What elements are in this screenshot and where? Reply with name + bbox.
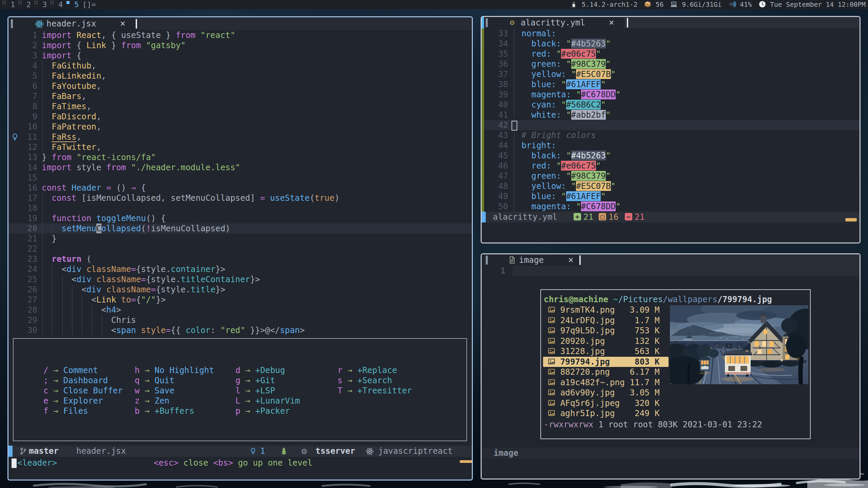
- git-branch-label[interactable]: master: [29, 446, 59, 456]
- workspace-tag-4[interactable]: 4: [53, 0, 69, 9]
- code-line-5[interactable]: 5 FaLinkedin,: [8, 71, 472, 81]
- buffer-line-1[interactable]: 1: [482, 266, 860, 276]
- code-line-13[interactable]: 13} from "react-icons/fa": [8, 152, 472, 162]
- code-line-24[interactable]: 24 <div className={style.container}>: [8, 264, 472, 274]
- code-line-27[interactable]: 27 <Link to={"/"}>: [8, 295, 472, 305]
- code-line-23[interactable]: 23 return (: [8, 254, 472, 264]
- code-line-38[interactable]: 38 blue: "#61AFEF": [484, 79, 860, 90]
- code-line-43[interactable]: 43 # Bright colors: [484, 130, 860, 140]
- code-line-2[interactable]: 2import { Link } from "gatsby": [8, 40, 472, 51]
- code-line-36[interactable]: 36 green: "#98C379": [484, 59, 860, 69]
- whichkey-binding--buffers[interactable]: b → +Buffers: [135, 406, 194, 416]
- code-line-48[interactable]: 48 yellow: "#E5C07B": [484, 181, 860, 191]
- color-swatch-#e06c75: #e06c75: [561, 49, 596, 59]
- whichkey-binding--git[interactable]: g → +Git: [235, 375, 275, 386]
- tab-close-icon[interactable]: ×: [609, 17, 614, 27]
- code-token: [512, 161, 532, 171]
- code-line-37[interactable]: 37 yellow: "#E5C07B": [484, 69, 860, 79]
- picker-file-20920-jpg[interactable]: 20920.jpg132K: [543, 336, 669, 346]
- picker-file-882720-png[interactable]: 882720.png6.17M: [543, 367, 669, 377]
- code-token: [571, 90, 576, 99]
- penguin-icon: [570, 1, 578, 8]
- picker-file-AFq5r6j-jpeg[interactable]: AFq5r6j.jpeg320K: [543, 398, 669, 408]
- code-line-45[interactable]: 45 black: "#4b5263": [484, 151, 860, 161]
- whichkey-binding--search[interactable]: s → +Search: [337, 375, 392, 386]
- workspace-tag-3[interactable]: 3: [37, 0, 53, 9]
- code-line-41[interactable]: 41 white: "#abb2bf": [484, 110, 860, 120]
- code-line-14[interactable]: 14import style from "./header.module.les…: [8, 162, 472, 173]
- whichkey-binding--lsp[interactable]: l → +LSP: [235, 386, 275, 396]
- picker-file-9rsmTK4-png[interactable]: 9rsmTK4.png3.09M: [543, 305, 669, 315]
- workspace-tag-5[interactable]: 5: [69, 0, 84, 9]
- code-line-17[interactable]: 17 const [isMenuCollapsed, setMenuCollap…: [8, 193, 472, 203]
- lightbulb-icon[interactable]: [11, 133, 19, 142]
- code-line-12[interactable]: 12 FaTwitter,: [8, 142, 472, 152]
- code-line-22[interactable]: 22: [8, 244, 472, 254]
- code-line-49[interactable]: 49 blue: "#61AFEF": [484, 191, 860, 201]
- picker-file-aghr5Ip-jpg[interactable]: aghr5Ip.jpg249K: [543, 408, 669, 418]
- code-line-18[interactable]: 18: [8, 203, 472, 213]
- picker-file-31228-jpg[interactable]: 31228.jpg563K: [543, 346, 669, 356]
- code-line-9[interactable]: 9 FaDiscord,: [8, 112, 472, 122]
- tab-close-icon[interactable]: ×: [120, 18, 126, 28]
- code-line-20[interactable]: 20 setMenuCollapsed(!isMenuCollapsed): [8, 223, 472, 234]
- path-segment: ~: [613, 294, 618, 304]
- code-line-50[interactable]: 50 magenta: "#C678DD": [484, 201, 860, 212]
- code-line-47[interactable]: 47 green: "#98C379": [484, 171, 860, 181]
- code-line-19[interactable]: 19 function toggleMenu() {: [8, 213, 472, 223]
- code-line-33[interactable]: 33 normal:: [484, 28, 860, 39]
- picker-file-97q9L5D-jpg[interactable]: 97q9L5D.jpg753K: [543, 326, 669, 336]
- code-line-6[interactable]: 6 FaYoutube,: [8, 81, 472, 91]
- code-line-4[interactable]: 4 FaGithub,: [8, 61, 472, 71]
- code-line-21[interactable]: 21 }: [8, 234, 472, 244]
- whichkey-binding-zen[interactable]: z → Zen: [135, 396, 169, 406]
- workspace-tag-2[interactable]: 2: [21, 0, 37, 9]
- layout-symbol[interactable]: []=: [82, 0, 96, 9]
- code-line-34[interactable]: 34 black: "#4b5263": [484, 39, 860, 49]
- picker-file-24LrDFQ-jpg[interactable]: 24LrDFQ.jpg1.7M: [543, 315, 669, 326]
- whichkey-binding-close-buffer[interactable]: c → Close Buffer: [43, 386, 123, 396]
- whichkey-binding-save[interactable]: w → Save: [135, 386, 174, 396]
- code-line-8[interactable]: 8 FaTimes,: [8, 101, 472, 112]
- code-line-1[interactable]: 1import React, { useState } from "react": [8, 30, 472, 40]
- picker-file-799794-jpg[interactable]: 799794.jpg803K: [543, 357, 669, 367]
- whichkey-binding--packer[interactable]: p → +Packer: [235, 406, 290, 416]
- code-line-15[interactable]: 15: [8, 173, 472, 183]
- code-line-16[interactable]: 16const Header = () ⇒ {: [8, 183, 472, 193]
- whichkey-binding-files[interactable]: f → Files: [43, 406, 88, 416]
- workspace-tag-1[interactable]: 1: [5, 0, 21, 9]
- code-line-26[interactable]: 26 <div className={style.title}>: [8, 285, 472, 295]
- whichkey-binding--lunarvim[interactable]: L → +LunarVim: [235, 396, 300, 406]
- whichkey-binding-no-highlight[interactable]: h → No Highlight: [135, 365, 214, 375]
- tab-alacritty-yml[interactable]: ⚙ alacritty.yml ×: [484, 17, 624, 28]
- whichkey-binding-explorer[interactable]: e → Explorer: [43, 396, 103, 406]
- whichkey-binding--replace[interactable]: r → +Replace: [337, 365, 397, 375]
- code-line-30[interactable]: 30 <span style={{ color: "red" }}>@</spa…: [8, 325, 472, 335]
- tab-image[interactable]: image ×: [482, 254, 581, 266]
- code-line-25[interactable]: 25 <div className={style.titleContainer}…: [8, 274, 472, 285]
- tab-close-icon[interactable]: ×: [568, 255, 574, 265]
- tab-header-jsx[interactable]: header.jsx ×: [8, 17, 136, 30]
- code-line-42[interactable]: 42: [484, 120, 860, 130]
- whichkey-binding-comment[interactable]: / → Comment: [43, 365, 98, 375]
- code-line-7[interactable]: 7 FaBars,: [8, 91, 472, 101]
- code-line-40[interactable]: 40 cyan: "#56B6C2": [484, 100, 860, 110]
- code-line-11[interactable]: 11 FaRss,: [8, 132, 472, 142]
- arrow-icon: →: [49, 396, 63, 406]
- code-line-46[interactable]: 46 red: "#e06c75": [484, 161, 860, 171]
- code-line-29[interactable]: 29 Chris: [8, 315, 472, 325]
- code-line-3[interactable]: 3import {: [8, 51, 472, 61]
- code-line-44[interactable]: 44 bright:: [484, 140, 860, 151]
- arrow-icon: →: [49, 386, 63, 395]
- whichkey-binding-quit[interactable]: q → Quit: [135, 375, 174, 386]
- picker-file-a19c482f-png[interactable]: a19c482f~.png11.7M: [543, 377, 669, 388]
- whichkey-binding--debug[interactable]: d → +Debug: [235, 365, 285, 375]
- code-line-39[interactable]: 39 magenta: "#C678DD": [484, 90, 860, 100]
- treesitter-tree-icon: [280, 447, 288, 456]
- code-line-28[interactable]: 28 <h4>: [8, 305, 472, 315]
- whichkey-binding-dashboard[interactable]: ; → Dashboard: [43, 375, 108, 386]
- code-line-35[interactable]: 35 red: "#e06c75": [484, 49, 860, 59]
- code-line-10[interactable]: 10 FaPatreon,: [8, 122, 472, 132]
- whichkey-binding--treesitter[interactable]: T → +Treesitter: [337, 386, 412, 396]
- picker-file-ad6v90y-jpg[interactable]: ad6v90y.jpg3.05M: [543, 388, 669, 398]
